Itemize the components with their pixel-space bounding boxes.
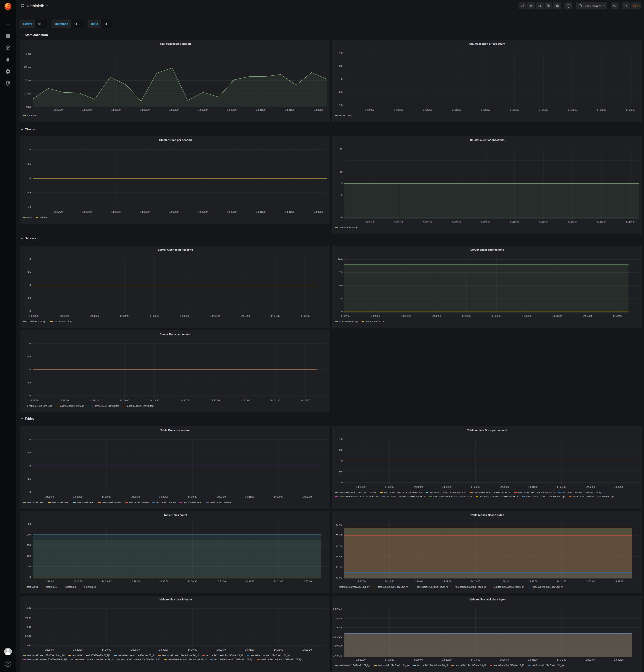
panel-settings-button[interactable] — [553, 2, 561, 9]
legend-item[interactable]: test.table1::read::2acf86c4ec28_lfi — [426, 491, 466, 494]
panel-title[interactable]: Table replica Disk data bytes — [332, 596, 642, 601]
legend-item[interactable]: test.table2::written::2acf86c4ec28_lfi — [429, 495, 472, 498]
zoom-out-button[interactable] — [611, 2, 619, 9]
legend-item[interactable]: test.table1::written::2acf86c4ec28_lfi — [382, 495, 425, 498]
save-button[interactable] — [545, 2, 552, 9]
legend-item[interactable]: test2.table4::written — [206, 501, 231, 504]
panel-title[interactable]: Table replica Docs per second — [332, 426, 642, 432]
legend-item[interactable]: test.table2::2acf86c4ec28_lfi — [451, 586, 486, 588]
filter-value-dropdown[interactable]: All — [71, 20, 83, 28]
legend-item[interactable]: test.table2::read::2acf86c4ec28_lfi — [158, 654, 199, 657]
filter-value-dropdown[interactable]: All — [101, 20, 113, 28]
legend-item[interactable]: test2.table4 — [80, 586, 96, 588]
legend-item[interactable]: test.table2::27af7ae21c6f_9j4 — [374, 586, 410, 588]
legend-item[interactable]: test.table3::2acf86c4ec28_lfi — [490, 664, 524, 667]
section-header-cluster[interactable]: Cluster — [21, 128, 36, 131]
alerting-icon[interactable] — [5, 57, 11, 62]
legend-item[interactable]: 27af7ae21c6f_9j4::read — [23, 405, 52, 407]
legend-item[interactable]: 2acf86c4ec28_lfi — [50, 320, 72, 323]
legend-item[interactable]: test.table1::written::27af7ae21c6f_9j4 — [247, 654, 290, 657]
filter-database[interactable]: Database All — [52, 20, 83, 28]
panel-title[interactable]: Cluster Docs per second — [21, 136, 330, 142]
legend-item[interactable]: errors count — [335, 114, 351, 117]
chart-area[interactable] — [344, 523, 639, 578]
legend-item[interactable]: test.table2::27af7ae21c6f_9j4 — [374, 664, 410, 667]
time-range-button[interactable]: Last 5 minutes — [576, 2, 607, 9]
dashboards-icon[interactable] — [5, 33, 11, 39]
legend-item[interactable]: test.table2::read::27af7ae21c6f_9j4 — [380, 491, 422, 494]
legend-item[interactable]: test2.table4::27af7ae21c6f_9j4 — [528, 586, 565, 588]
legend-item[interactable]: test.table2 — [42, 586, 57, 588]
chart-area[interactable] — [344, 438, 639, 484]
legend-item[interactable]: test.table1::27af7ae21c6f_9j4 — [335, 664, 370, 667]
panel-title[interactable]: Stat collection errors count — [332, 40, 642, 45]
legend-item[interactable]: test.table2::read::2acf86c4ec28_lfi — [470, 491, 511, 494]
explore-icon[interactable] — [5, 45, 11, 50]
legend-item[interactable]: test.table1::written — [98, 501, 122, 504]
grafana-logo-icon[interactable] — [4, 2, 12, 11]
filter-table[interactable]: Table All — [88, 20, 113, 28]
legend-item[interactable]: test.table1::read::27af7ae21c6f_9j4 — [23, 654, 65, 657]
legend-item[interactable]: test.table1::2acf86c4ec28_lfi — [413, 586, 448, 588]
filter-value-dropdown[interactable]: All — [35, 20, 47, 28]
panel-title[interactable]: Table replica Cache bytes — [332, 511, 642, 516]
legend-item[interactable]: test2.table4::written::27af7ae21c6f_9j4 — [569, 495, 614, 498]
panel-title[interactable]: Table Docs per second — [21, 426, 330, 432]
legend-item[interactable]: test2.table4::read::27af7ae21c6f_9j4 — [522, 495, 565, 498]
panel-title[interactable]: Table Rows count — [21, 511, 330, 516]
legend-item[interactable]: test.table2::written — [125, 501, 149, 504]
legend-item[interactable]: 27af7ae21c6f_9j4::written — [88, 405, 119, 407]
legend-item[interactable]: test.table1::read::2acf86c4ec28_lfi — [114, 654, 154, 657]
legend-item[interactable]: written — [36, 216, 47, 219]
legend-item[interactable]: test.table3::written::2acf86c4ec28_lfi — [164, 658, 207, 661]
refresh-interval-button[interactable]: 5s — [631, 2, 641, 9]
legend-item[interactable]: test.table3 — [61, 586, 76, 588]
chart-area[interactable] — [33, 147, 327, 209]
panel-title[interactable]: Table replica disk io bytes — [21, 596, 330, 601]
panel-title[interactable]: Server client connections — [332, 246, 642, 251]
legend-item[interactable]: test.table3::written::2acf86c4ec28_lfi — [476, 495, 518, 498]
chart-area[interactable] — [33, 257, 327, 313]
chart-area[interactable] — [344, 51, 639, 107]
chart-area[interactable] — [33, 607, 327, 647]
legend-item[interactable]: test.table2::read — [48, 501, 69, 504]
legend-item[interactable]: test.table3::2acf86c4ec28_lfi — [490, 586, 524, 588]
legend-item[interactable]: test.table3::read::2acf86c4ec28_lfi — [202, 654, 243, 657]
legend-item[interactable]: test.table1::read — [23, 501, 44, 504]
legend-item[interactable]: test.table1::read::27af7ae21c6f_9j4 — [335, 491, 377, 494]
legend-item[interactable]: test2.table4::read — [179, 501, 202, 504]
legend-item[interactable]: duration — [23, 114, 36, 117]
panel-title[interactable]: Stat collection duration — [21, 40, 330, 45]
section-header-stats-collection[interactable]: Stats collection — [21, 33, 48, 37]
legend-item[interactable]: test.table1::written::2acf86c4ec28_lfi — [71, 658, 114, 661]
legend-item[interactable]: test.table2::written::27af7ae21c6f_9j4 — [335, 495, 379, 498]
legend-item[interactable]: read — [23, 216, 32, 219]
panel-title[interactable]: Server Queries per second — [21, 246, 330, 251]
legend-item[interactable]: test.table3::read — [73, 501, 94, 504]
legend-item[interactable]: test.table2::read::27af7ae21c6f_9j4 — [69, 654, 110, 657]
create-icon[interactable] — [5, 21, 11, 27]
chart-area[interactable] — [33, 438, 327, 494]
legend-item[interactable]: test.table3::written — [152, 501, 176, 504]
help-icon[interactable]: ? — [5, 661, 11, 667]
legend-item[interactable]: 27af7ae21c6f_9j4 — [23, 320, 46, 323]
configuration-icon[interactable] — [5, 69, 11, 74]
chart-area[interactable] — [344, 257, 639, 313]
legend-item[interactable]: test.table1::written::27af7ae21c6f_9j4 — [558, 491, 602, 494]
legend-item[interactable]: 2acf86c4ec28_lfi — [361, 320, 384, 323]
legend-item[interactable]: test.table1::27af7ae21c6f_9j4 — [335, 586, 370, 588]
legend-item[interactable]: 2acf86c4ec28_lfi::read — [56, 405, 84, 407]
refresh-button[interactable] — [622, 2, 630, 9]
user-avatar[interactable] — [4, 648, 12, 656]
dashboard-title[interactable]: Rethinkdb — [27, 4, 44, 8]
legend-item[interactable]: test2.table4::read::27af7ae21c6f_9j4 — [210, 658, 253, 661]
legend-item[interactable]: test.table2::written::2acf86c4ec28_lfi — [117, 658, 160, 661]
chart-area[interactable] — [33, 523, 327, 578]
legend-item[interactable]: 27af7ae21c6f_9j4 — [335, 320, 358, 323]
chart-area[interactable] — [33, 51, 327, 107]
server-admin-icon[interactable] — [5, 81, 11, 86]
share-button[interactable] — [536, 2, 544, 9]
chart-area[interactable] — [33, 342, 327, 397]
filter-server[interactable]: Server All — [20, 20, 47, 28]
panel-title[interactable]: Cluster client connections — [332, 136, 642, 142]
